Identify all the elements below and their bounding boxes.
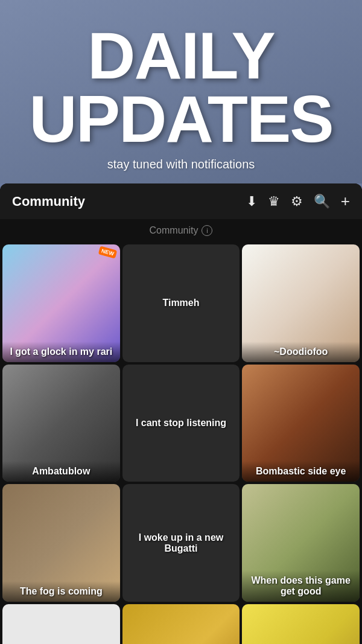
grid-item-glock[interactable]: NEWI got a glock in my rari [2,244,120,362]
add-icon[interactable]: + [341,192,350,211]
grid-item-game[interactable]: When does this game get good [242,484,360,602]
grid-item-ambatublow[interactable]: Ambatublow [2,365,120,482]
grid-item-cant-stop[interactable]: I cant stop listening [122,365,240,482]
grid-item-label-ambatublow: Ambatublow [2,461,120,482]
hero-subtitle: stay tuned with notifications [18,158,344,171]
grid-item-white[interactable] [2,604,120,644]
grid-item-label-bombastic: Bombastic side eye [242,461,360,482]
grid-item-label-doodiofoo: ~Doodiofoo [242,342,360,362]
section-header: Community i [0,219,362,242]
app-panel: Community ⬇ ♛ ⚙ 🔍 + Community i NEWI got… [0,183,362,644]
grid-item-doodiofoo[interactable]: ~Doodiofoo [242,244,360,362]
crown-icon[interactable]: ♛ [268,194,280,209]
grid-item-label-bugatti: I woke up in a new Bugatti [122,528,240,559]
grid-item-banana[interactable] [242,604,360,644]
toolbar-icons: ⬇ ♛ ⚙ 🔍 + [246,192,350,211]
settings-icon[interactable]: ⚙ [291,194,303,209]
grid-item-label-cant-stop: I cant stop listening [131,413,231,433]
hero-section: DAILY UPDATES stay tuned with notificati… [0,0,362,183]
grid-item-label-game: When does this game get good [242,570,360,602]
grid-item-bombastic[interactable]: Bombastic side eye [242,365,360,482]
grid-item-label-glock: I got a glock in my rari [2,342,120,362]
grid-item-timmeh[interactable]: Timmeh [122,244,240,362]
section-label: Community [150,225,198,236]
toolbar-title: Community [12,194,246,209]
grid-item-label-fog: The fog is coming [2,581,120,602]
info-icon[interactable]: i [202,225,212,236]
download-icon[interactable]: ⬇ [246,194,257,209]
search-icon[interactable]: 🔍 [314,194,330,209]
grid-item-bugatti[interactable]: I woke up in a new Bugatti [122,484,240,602]
hero-title: DAILY UPDATES [18,24,344,150]
toolbar: Community ⬇ ♛ ⚙ 🔍 + [0,183,362,219]
content-grid: NEWI got a glock in my rariTimmeh~Doodio… [0,242,362,644]
grid-item-fog[interactable]: The fog is coming [2,484,120,602]
grid-item-grilled[interactable]: Grilled cheese [122,604,240,644]
grid-item-label-timmeh: Timmeh [157,293,204,313]
